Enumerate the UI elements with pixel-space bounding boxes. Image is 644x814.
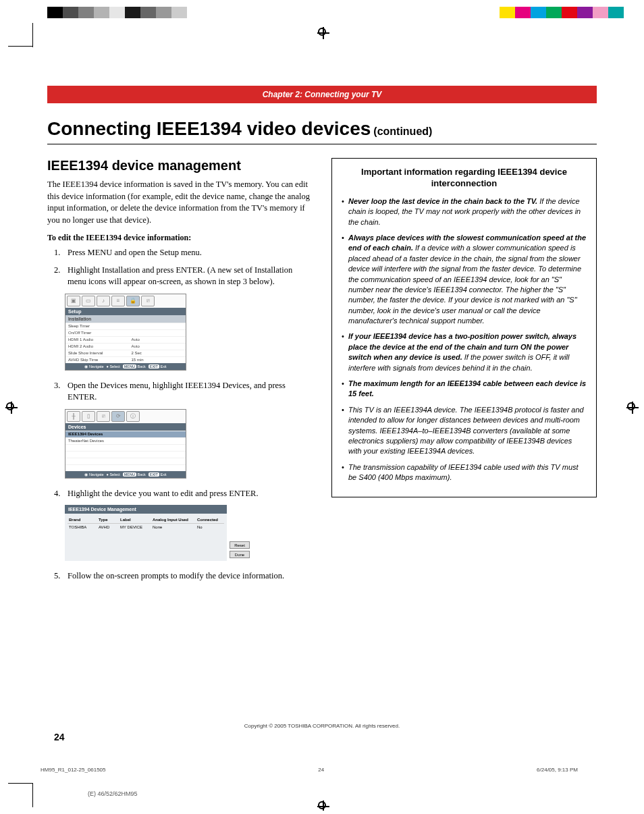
print-slug: HM95_R1_012-25_061505 24 6/24/05, 9:13 P…: [41, 767, 578, 773]
osd-devices-menu: ╫ ▯ ⎚ ⟳ ⓘ Devices IEEE1394 DevicesTheate…: [65, 409, 186, 479]
osd-icon: ♪: [97, 296, 110, 306]
callout-item: Always place devices with the slowest co…: [342, 233, 587, 327]
crop-tick: [8, 46, 32, 47]
page-title: Connecting IEEE1394 video devices: [47, 118, 371, 139]
callout-list: Never loop the last device in the chain …: [342, 196, 587, 483]
title-underline: [47, 144, 597, 144]
step-1: 1.Press MENU and open the Setup menu.: [58, 247, 313, 259]
color-swatch: [515, 7, 531, 18]
model-code: (E) 46/52/62HM95: [88, 790, 597, 797]
steps-list: 4.Highlight the device you want to edit …: [58, 488, 313, 500]
callout-item: The transmission capability of IEEE1394 …: [342, 462, 587, 483]
osd-title: Devices: [65, 423, 186, 431]
color-swatch: [78, 7, 94, 18]
crop-tick: [32, 23, 33, 47]
color-swatch: [125, 7, 140, 18]
osd-icon: ≡: [111, 296, 125, 306]
osd-row: Sleep Timer: [65, 323, 186, 329]
osd-setup-menu: ▣ ▭ ♪ ≡ 🔒 ⎚ Setup Installation Sleep Tim…: [65, 294, 186, 371]
steps-list: 5.Follow the on-screen prompts to modify…: [58, 570, 313, 582]
copyright: Copyright © 2005 TOSHIBA CORPORATION. Al…: [47, 723, 597, 729]
crop-tick: [32, 783, 33, 807]
color-swatch: [500, 7, 515, 18]
osd-row: Slide Show Interval2 Sec: [65, 350, 186, 356]
left-column: IEEE1394 device management The IEEE1394 …: [47, 158, 313, 588]
osd-row: HDMI 2 AudioAuto: [65, 343, 186, 350]
crop-tick: [8, 783, 32, 784]
osd-icon: ⎚: [141, 296, 155, 306]
osd-row: On/Off Timer: [65, 329, 186, 336]
osd-footer: ◉ Navigate ● Select MENU Back EXIT Exit: [65, 471, 186, 478]
osd3-header: Brand Type Label Analog Input Used Conne…: [68, 516, 224, 524]
osd-title: Setup: [65, 308, 186, 315]
continued-label: (continued): [373, 126, 432, 137]
page-content: Chapter 2: Connecting your TV Connecting…: [0, 18, 644, 811]
registration-mark-right: [626, 402, 639, 414]
callout-item: This TV is an IEEE1394A device. The IEEE…: [342, 405, 587, 457]
osd-icon-active: 🔒: [126, 296, 140, 306]
step-5: 5.Follow the on-screen prompts to modify…: [58, 570, 313, 582]
color-swatch: [531, 7, 546, 18]
page-number: 24: [54, 732, 597, 742]
callout-item: Never loop the last device in the chain …: [342, 196, 587, 227]
page-footer: Copyright © 2005 TOSHIBA CORPORATION. Al…: [47, 723, 597, 797]
section-heading: IEEE1394 device management: [47, 158, 313, 173]
color-swatch: [94, 7, 109, 18]
callout-item: The maximum length for an IEEE1394 cable…: [342, 379, 587, 400]
osd-row: IEEE1394 Devices: [65, 431, 186, 437]
osd-icon: ⎚: [97, 411, 110, 422]
osd-device-management: IEEE1394 Device Management Brand Type La…: [65, 505, 227, 561]
color-swatch: [171, 7, 187, 18]
steps-list: 3.Open the Devices menu, highlight IEEE1…: [58, 380, 313, 404]
osd-footer: ◉ Navigate ● Select MENU Back EXIT Exit: [65, 363, 186, 370]
registration-mark-bottom: [317, 801, 329, 811]
color-swatch: [140, 7, 156, 18]
steps-list: 1.Press MENU and open the Setup menu. 2.…: [58, 247, 313, 288]
osd-row: TheaterNet Devices: [65, 437, 186, 444]
color-swatch: [608, 7, 624, 18]
step-2: 2.Highlight Installation and press ENTER…: [58, 265, 313, 288]
chapter-bar: Chapter 2: Connecting your TV: [47, 86, 597, 103]
intro-paragraph: The IEEE1394 device information is saved…: [47, 179, 313, 226]
registration-mark-left: [5, 402, 18, 414]
right-column: Important information regarding IEEE1394…: [331, 158, 597, 588]
osd-icon: ╫: [67, 411, 80, 422]
step-3: 3.Open the Devices menu, highlight IEEE1…: [58, 380, 313, 404]
color-swatch: [593, 7, 608, 18]
callout-title: Important information regarding IEEE1394…: [342, 167, 587, 190]
reset-button: Reset: [230, 541, 250, 549]
color-swatch: [109, 7, 125, 18]
color-swatch: [546, 7, 562, 18]
callout-box: Important information regarding IEEE1394…: [331, 158, 597, 497]
color-swatch: [562, 7, 577, 18]
color-swatch: [156, 7, 171, 18]
osd3-buttons: Reset Done: [230, 541, 250, 558]
color-swatch: [47, 7, 63, 18]
slug-filename: HM95_R1_012-25_061505: [41, 767, 106, 773]
printer-colorbar: [0, 0, 644, 18]
osd-icon: ▯: [82, 411, 95, 422]
osd-icon-active: ⟳: [111, 411, 125, 422]
callout-item: If your IEEE1394 device has a two-positi…: [342, 331, 587, 373]
step-4: 4.Highlight the device you want to edit …: [58, 488, 313, 500]
osd3-title: IEEE1394 Device Management: [65, 505, 227, 514]
color-swatch: [63, 7, 78, 18]
osd-icon: ▭: [82, 296, 95, 306]
page-title-area: Connecting IEEE1394 video devices (conti…: [47, 118, 597, 140]
slug-page: 24: [318, 767, 324, 773]
osd-icon: ⓘ: [126, 411, 140, 422]
osd3-row: TOSHIBA AVHD MY DEVICE None No: [68, 524, 224, 531]
registration-mark-top: [317, 27, 329, 39]
osd-subtitle: Installation: [65, 315, 186, 323]
edit-heading: To edit the IEEE1394 device information:: [47, 233, 313, 243]
osd-row: AVHD Skip Time15 min: [65, 356, 186, 363]
osd-row: HDMI 1 AudioAuto: [65, 336, 186, 343]
osd-icon: ▣: [67, 296, 80, 306]
slug-datetime: 6/24/05, 9:13 PM: [537, 767, 578, 773]
color-swatch: [577, 7, 593, 18]
done-button: Done: [230, 551, 250, 558]
